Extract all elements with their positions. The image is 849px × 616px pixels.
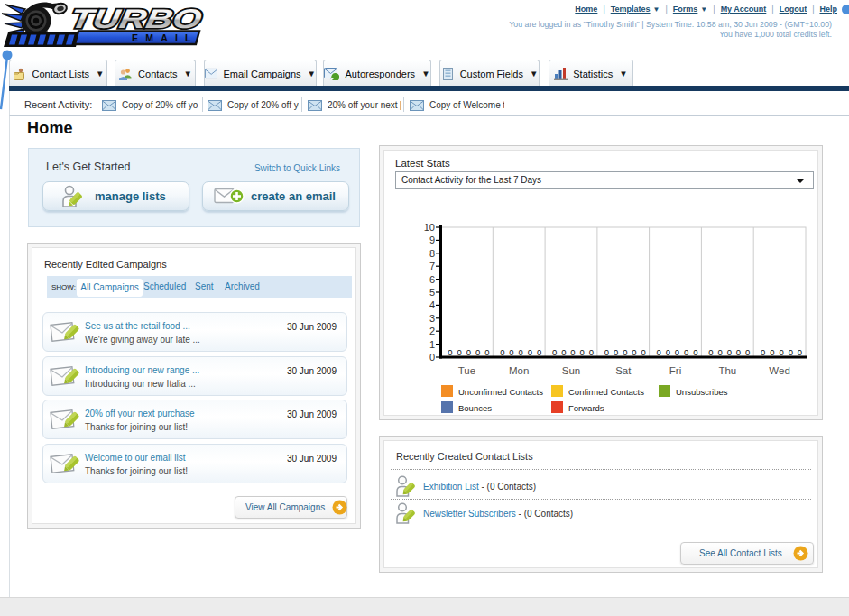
svg-text:0: 0 <box>429 352 435 363</box>
svg-text:0: 0 <box>528 347 532 357</box>
svg-text:0: 0 <box>745 347 750 357</box>
svg-text:0: 0 <box>448 347 452 357</box>
svg-text:0: 0 <box>770 347 774 357</box>
svg-text:0: 0 <box>708 347 713 357</box>
svg-text:7: 7 <box>429 261 435 271</box>
svg-text:0: 0 <box>537 347 541 357</box>
svg-text:8: 8 <box>429 248 435 259</box>
svg-text:9: 9 <box>429 234 435 245</box>
svg-text:Sun: Sun <box>562 365 580 376</box>
svg-text:0: 0 <box>656 347 660 357</box>
svg-text:0: 0 <box>666 347 670 357</box>
svg-text:EMAIL: EMAIL <box>132 32 198 43</box>
svg-text:0: 0 <box>561 347 566 357</box>
svg-text:0: 0 <box>761 347 765 357</box>
svg-text:0: 0 <box>580 347 585 357</box>
svg-text:3: 3 <box>429 313 435 324</box>
svg-text:Forwards: Forwards <box>568 403 604 413</box>
svg-text:Fri: Fri <box>669 365 681 376</box>
svg-text:0: 0 <box>475 347 480 357</box>
svg-text:Thu: Thu <box>718 365 736 376</box>
svg-text:0: 0 <box>641 347 646 357</box>
svg-text:0: 0 <box>736 347 741 357</box>
svg-text:0: 0 <box>798 347 802 357</box>
svg-text:Wed: Wed <box>769 365 789 376</box>
svg-text:0: 0 <box>614 347 618 357</box>
svg-text:0: 0 <box>675 347 679 357</box>
svg-text:0: 0 <box>466 347 471 357</box>
svg-text:Bounces: Bounces <box>458 403 492 413</box>
svg-text:0: 0 <box>779 347 783 357</box>
svg-text:Tue: Tue <box>458 365 475 376</box>
svg-text:4: 4 <box>429 299 435 310</box>
svg-text:Unsubscribes: Unsubscribes <box>676 387 728 397</box>
svg-text:0: 0 <box>727 347 732 357</box>
svg-text:0: 0 <box>693 347 697 357</box>
svg-text:10: 10 <box>424 222 435 233</box>
svg-text:5: 5 <box>429 287 435 298</box>
svg-text:0: 0 <box>484 347 489 357</box>
svg-text:0: 0 <box>623 347 627 357</box>
svg-text:0: 0 <box>509 347 513 357</box>
svg-text:0: 0 <box>570 347 575 357</box>
svg-text:0: 0 <box>589 347 594 357</box>
svg-text:0: 0 <box>457 347 462 357</box>
svg-text:0: 0 <box>500 347 504 357</box>
svg-text:TURBO: TURBO <box>68 4 204 33</box>
svg-text:0: 0 <box>604 347 609 357</box>
svg-text:2: 2 <box>429 326 435 336</box>
svg-text:0: 0 <box>632 347 636 357</box>
svg-text:1: 1 <box>429 339 435 350</box>
svg-text:Confirmed Contacts: Confirmed Contacts <box>568 387 644 397</box>
svg-text:Mon: Mon <box>509 365 529 376</box>
svg-text:0: 0 <box>789 347 793 357</box>
svg-text:0: 0 <box>552 347 557 357</box>
svg-text:Sat: Sat <box>615 365 632 376</box>
svg-text:0: 0 <box>684 347 688 357</box>
svg-text:0: 0 <box>519 347 523 357</box>
svg-text:Unconfirmed Contacts: Unconfirmed Contacts <box>458 387 543 397</box>
svg-text:0: 0 <box>717 347 722 357</box>
svg-text:6: 6 <box>429 274 435 285</box>
